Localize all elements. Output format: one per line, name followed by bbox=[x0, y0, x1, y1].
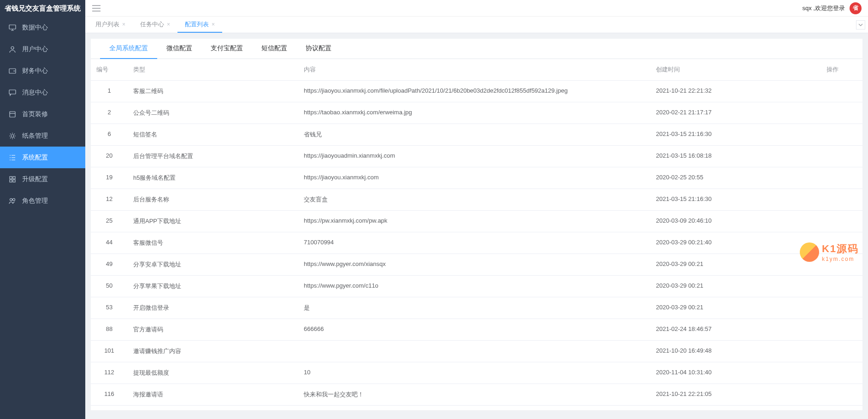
cell-type: 短信签名 bbox=[128, 124, 298, 146]
th-id: 编号 bbox=[91, 59, 128, 81]
sidebar-item-4[interactable]: 首页装修 bbox=[0, 103, 85, 125]
cell-type: h5服务域名配置 bbox=[128, 167, 298, 189]
wallet-icon bbox=[8, 67, 17, 75]
close-icon[interactable]: × bbox=[167, 21, 170, 28]
cell-time: 2020-03-09 20:46:10 bbox=[650, 211, 821, 232]
cell-content: 快来和我一起交友吧！ bbox=[298, 384, 650, 406]
cell-content: https://jiaoyou.xianmxkj.com bbox=[298, 167, 650, 189]
cell-type: 后台管理平台域名配置 bbox=[128, 146, 298, 167]
page-tab-2[interactable]: 配置列表× bbox=[177, 17, 222, 33]
sidebar-item-8[interactable]: 角色管理 bbox=[0, 190, 85, 212]
cell-op bbox=[821, 146, 862, 167]
tab-label: 用户列表 bbox=[95, 20, 119, 29]
page-tab-0[interactable]: 用户列表× bbox=[88, 17, 133, 33]
cell-id: 53 bbox=[91, 297, 128, 319]
th-content: 内容 bbox=[298, 59, 650, 81]
cell-id: 112 bbox=[91, 362, 128, 384]
hamburger-icon[interactable] bbox=[92, 4, 101, 13]
sidebar-item-label: 系统配置 bbox=[22, 153, 48, 162]
sidebar-item-1[interactable]: 用户中心 bbox=[0, 38, 85, 60]
cell-type: 客服微信号 bbox=[128, 232, 298, 254]
svg-point-5 bbox=[11, 135, 14, 137]
sub-tab-0[interactable]: 全局系统配置 bbox=[100, 39, 157, 59]
table-row: 25通用APP下载地址https://pw.xianmxkj.com/pw.ap… bbox=[91, 211, 862, 232]
list-icon bbox=[8, 153, 17, 162]
table-row: 49分享安卓下载地址https://www.pgyer.com/xiansqx2… bbox=[91, 254, 862, 276]
cell-id: 44 bbox=[91, 232, 128, 254]
th-time: 创建时间 bbox=[650, 59, 821, 81]
cell-content: 是 bbox=[298, 297, 650, 319]
cell-type: 邀请赚钱推广内容 bbox=[128, 341, 298, 362]
cell-type: 公众号二维码 bbox=[128, 102, 298, 124]
config-sub-tabs: 全局系统配置微信配置支付宝配置短信配置协议配置 bbox=[91, 39, 862, 59]
sidebar-item-label: 升级配置 bbox=[22, 175, 48, 183]
svg-rect-0 bbox=[9, 25, 16, 29]
table-row: 6短信签名省钱兄2021-03-15 21:16:30 bbox=[91, 124, 862, 146]
sidebar-item-3[interactable]: 消息中心 bbox=[0, 82, 85, 103]
sub-tab-3[interactable]: 短信配置 bbox=[252, 39, 296, 59]
sub-tab-2[interactable]: 支付宝配置 bbox=[201, 39, 252, 59]
svg-rect-8 bbox=[10, 180, 12, 182]
topbar: sqx ,欢迎您登录 省 bbox=[85, 0, 868, 17]
cell-id: 25 bbox=[91, 211, 128, 232]
cell-time: 2020-03-29 00:21:40 bbox=[650, 232, 821, 254]
cell-op bbox=[821, 297, 862, 319]
chat-icon bbox=[8, 89, 17, 97]
cell-op bbox=[821, 211, 862, 232]
config-panel: 全局系统配置微信配置支付宝配置短信配置协议配置 编号 类型 内容 创建时间 操作… bbox=[91, 39, 862, 410]
sidebar-item-label: 角色管理 bbox=[22, 197, 48, 205]
cell-type: 客服二维码 bbox=[128, 81, 298, 102]
sidebar-item-5[interactable]: 纸条管理 bbox=[0, 125, 85, 147]
cell-time: 2020-02-21 21:17:17 bbox=[650, 102, 821, 124]
close-icon[interactable]: × bbox=[212, 21, 215, 28]
cell-content: https://taobao.xianmxkj.com/erweima.jpg bbox=[298, 102, 650, 124]
cell-id: 1 bbox=[91, 81, 128, 102]
cell-content: https://www.pgyer.com/c11o bbox=[298, 276, 650, 297]
sidebar-item-label: 数据中心 bbox=[22, 24, 48, 32]
cell-type: 通用APP下载地址 bbox=[128, 211, 298, 232]
cell-time: 2021-10-21 22:21:05 bbox=[650, 384, 821, 406]
sidebar-item-0[interactable]: 数据中心 bbox=[0, 17, 85, 38]
user-greeting: sqx ,欢迎您登录 bbox=[803, 4, 845, 12]
avatar[interactable]: 省 bbox=[850, 2, 862, 14]
table-header-row: 编号 类型 内容 创建时间 操作 bbox=[91, 59, 862, 81]
monitor-icon bbox=[8, 24, 17, 32]
sidebar-item-6[interactable]: 系统配置 bbox=[0, 147, 85, 168]
cell-content: 交友盲盒 bbox=[298, 189, 650, 211]
sub-tab-1[interactable]: 微信配置 bbox=[157, 39, 201, 59]
cell-time: 2021-03-15 21:16:30 bbox=[650, 124, 821, 146]
cell-op bbox=[821, 124, 862, 146]
cell-type: 开启微信登录 bbox=[128, 297, 298, 319]
config-table: 编号 类型 内容 创建时间 操作 1客服二维码https://jiaoyou.x… bbox=[91, 59, 862, 406]
sidebar-item-7[interactable]: 升级配置 bbox=[0, 168, 85, 190]
table-row: 112提现最低额度102020-11-04 10:31:40 bbox=[91, 362, 862, 384]
box-icon bbox=[8, 110, 17, 118]
sidebar-item-label: 消息中心 bbox=[22, 89, 48, 97]
cell-op bbox=[821, 254, 862, 276]
svg-rect-4 bbox=[10, 112, 15, 117]
cell-op bbox=[821, 81, 862, 102]
cell-type: 分享苹果下载地址 bbox=[128, 276, 298, 297]
page-tab-1[interactable]: 任务中心× bbox=[133, 17, 177, 33]
cell-content: https://jiaoyou.xianmxkj.com/file/upload… bbox=[298, 81, 650, 102]
cell-type: 分享安卓下载地址 bbox=[128, 254, 298, 276]
cell-id: 50 bbox=[91, 276, 128, 297]
table-row: 2公众号二维码https://taobao.xianmxkj.com/erwei… bbox=[91, 102, 862, 124]
cell-time: 2020-03-29 00:21 bbox=[650, 276, 821, 297]
sidebar-item-label: 用户中心 bbox=[22, 45, 48, 53]
sidebar-item-2[interactable]: 财务中心 bbox=[0, 60, 85, 82]
cell-type: 海报邀请语 bbox=[128, 384, 298, 406]
tabs-dropdown-icon[interactable] bbox=[856, 20, 865, 30]
sub-tab-4[interactable]: 协议配置 bbox=[296, 39, 341, 59]
svg-rect-3 bbox=[9, 90, 16, 94]
close-icon[interactable]: × bbox=[122, 21, 125, 28]
gear-icon bbox=[8, 132, 17, 140]
cell-op bbox=[821, 167, 862, 189]
svg-rect-9 bbox=[13, 180, 15, 182]
svg-rect-7 bbox=[13, 177, 15, 179]
cell-op bbox=[821, 319, 862, 341]
cell-content: https://jiaoyouadmin.xianmxkj.com bbox=[298, 146, 650, 167]
th-type: 类型 bbox=[128, 59, 298, 81]
table-row: 116海报邀请语快来和我一起交友吧！2021-10-21 22:21:05 bbox=[91, 384, 862, 406]
cell-time: 2021-10-20 16:49:48 bbox=[650, 341, 821, 362]
